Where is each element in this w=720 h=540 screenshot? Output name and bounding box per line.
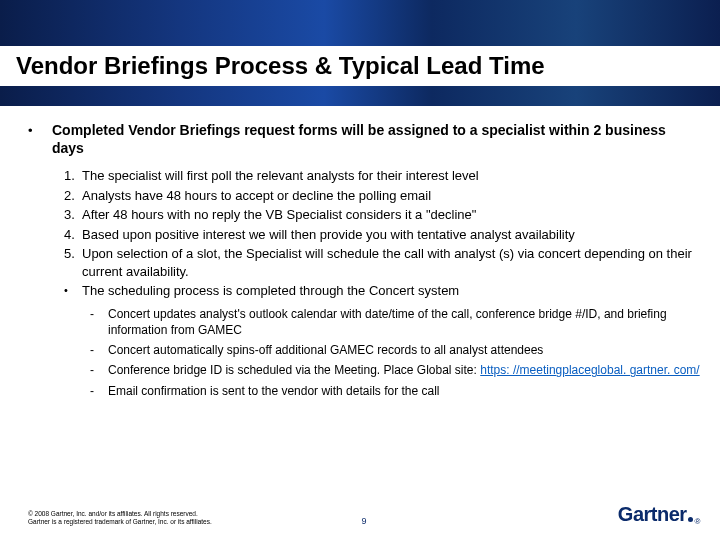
num-marker: 4. (64, 226, 82, 244)
step-text: The specialist will first poll the relev… (82, 167, 700, 185)
list-item: 1. The specialist will first poll the re… (64, 167, 700, 185)
dash-list: - Concert updates analyst's outlook cale… (90, 306, 700, 399)
dash-marker: - (90, 362, 108, 378)
step-text: After 48 hours with no reply the VB Spec… (82, 206, 700, 224)
list-item: - Email confirmation is sent to the vend… (90, 383, 700, 399)
sub-bullet-text: The scheduling process is completed thro… (82, 282, 700, 300)
list-item: - Concert updates analyst's outlook cale… (90, 306, 700, 338)
step-text: Based upon positive interest we will the… (82, 226, 700, 244)
dash-marker: - (90, 342, 108, 358)
num-marker: 5. (64, 245, 82, 280)
dash-marker: - (90, 306, 108, 338)
num-marker: 2. (64, 187, 82, 205)
bullet-marker: • (28, 122, 52, 157)
footer: © 2008 Gartner, Inc. and/or its affiliat… (28, 498, 700, 526)
bullet-marker: • (64, 282, 82, 300)
page-title: Vendor Briefings Process & Typical Lead … (16, 52, 704, 80)
dash-text: Email confirmation is sent to the vendor… (108, 383, 700, 399)
header-band (0, 0, 720, 46)
dash-text-with-link: Conference bridge ID is scheduled via th… (108, 362, 700, 378)
list-item: - Conference bridge ID is scheduled via … (90, 362, 700, 378)
num-marker: 1. (64, 167, 82, 185)
step-text: Upon selection of a slot, the Specialist… (82, 245, 700, 280)
page-number: 9 (361, 516, 366, 526)
step-text: Analysts have 48 hours to accept or decl… (82, 187, 700, 205)
list-item: 3. After 48 hours with no reply the VB S… (64, 206, 700, 224)
list-item: - Concert automatically spins-off additi… (90, 342, 700, 358)
bridge-link[interactable]: https: //meetingplaceglobal. gartner. co… (480, 363, 699, 377)
num-marker: 3. (64, 206, 82, 224)
content-area: • Completed Vendor Briefings request for… (28, 122, 700, 403)
lead-text: Completed Vendor Briefings request forms… (52, 122, 700, 157)
dash-marker: - (90, 383, 108, 399)
copyright-line1: © 2008 Gartner, Inc. and/or its affiliat… (28, 510, 212, 518)
lead-bullet: • Completed Vendor Briefings request for… (28, 122, 700, 157)
logo-text: Gartner (618, 503, 687, 526)
list-item: • The scheduling process is completed th… (64, 282, 700, 300)
dash-prefix: Conference bridge ID is scheduled via th… (108, 363, 480, 377)
dash-text: Concert automatically spins-off addition… (108, 342, 700, 358)
logo-dot-icon (688, 517, 693, 522)
title-underline (0, 86, 720, 106)
gartner-logo: Gartner® (618, 503, 700, 526)
list-item: 2. Analysts have 48 hours to accept or d… (64, 187, 700, 205)
numbered-list: 1. The specialist will first poll the re… (64, 167, 700, 300)
list-item: 5. Upon selection of a slot, the Special… (64, 245, 700, 280)
copyright-line2: Gartner is a registered trademark of Gar… (28, 518, 212, 526)
dash-text: Concert updates analyst's outlook calend… (108, 306, 700, 338)
list-item: 4. Based upon positive interest we will … (64, 226, 700, 244)
copyright: © 2008 Gartner, Inc. and/or its affiliat… (28, 510, 212, 526)
registered-mark: ® (695, 517, 700, 526)
